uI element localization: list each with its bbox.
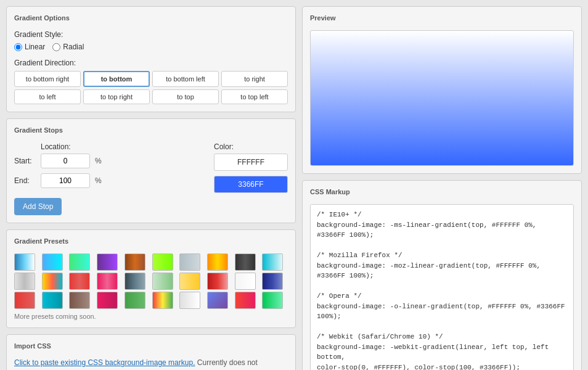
preset-swatch-0[interactable] (14, 253, 35, 271)
end-stop-row: End: % (14, 173, 204, 188)
preset-swatch-6[interactable] (179, 253, 200, 271)
radial-radio-label[interactable]: Radial (52, 43, 84, 51)
preset-swatch-21[interactable] (42, 292, 63, 309)
dir-btn-to-bottom[interactable]: to bottom (83, 71, 150, 87)
dir-btn-to-bottom-right[interactable]: to bottom right (14, 71, 81, 87)
preset-swatch-13[interactable] (97, 273, 118, 290)
color-col-header: Color: (214, 142, 234, 151)
preset-swatch-15[interactable] (152, 273, 173, 290)
gradient-presets-title: Gradient Presets (14, 237, 288, 247)
presets-note: More presets coming soon. (14, 313, 288, 320)
direction-grid: to bottom right to bottom to bottom left… (14, 71, 288, 104)
preset-swatch-8[interactable] (235, 253, 256, 271)
import-css-card: Import CSS Click to paste existing CSS b… (6, 334, 296, 370)
gradient-style-group: Linear Radial (14, 43, 288, 51)
preset-swatch-18[interactable] (235, 273, 256, 290)
direction-label: Gradient Direction: (14, 59, 288, 67)
radial-radio[interactable] (52, 43, 60, 51)
gradient-options-title: Gradient Options (14, 14, 288, 24)
css-markup-title: CSS Markup (310, 188, 574, 198)
import-css-content: Click to paste existing CSS background-i… (14, 358, 288, 367)
gradient-stops-card: Gradient Stops Location: Start: % (6, 118, 296, 223)
start-color-value: FFFFFF (237, 158, 264, 166)
preset-swatch-26[interactable] (179, 292, 200, 309)
preset-swatch-7[interactable] (207, 253, 228, 271)
preset-swatch-1[interactable] (42, 253, 63, 271)
presets-grid (14, 253, 288, 309)
radial-label: Radial (63, 43, 84, 51)
end-pct-label: % (95, 176, 102, 185)
dir-btn-to-top-left[interactable]: to top left (221, 89, 288, 104)
linear-radio-label[interactable]: Linear (14, 43, 45, 51)
preset-swatch-16[interactable] (179, 273, 200, 290)
preset-swatch-5[interactable] (152, 253, 173, 271)
css-markup-card: CSS Markup /* IE10+ */ background-image:… (302, 180, 582, 370)
preview-title: Preview (310, 14, 574, 24)
dir-btn-to-top[interactable]: to top (152, 89, 219, 104)
preset-swatch-20[interactable] (14, 292, 35, 309)
css-code-area[interactable]: /* IE10+ */ background-image: -ms-linear… (310, 204, 574, 370)
style-label: Gradient Style: (14, 30, 288, 39)
start-stop-label: Start: (14, 157, 36, 165)
gradient-presets-card: Gradient Presets More presets coming soo… (6, 229, 296, 328)
stop-rows: Start: % End: % (14, 154, 204, 188)
preset-swatch-9[interactable] (262, 253, 283, 271)
preset-swatch-11[interactable] (42, 273, 63, 290)
end-color-swatch[interactable]: 3366FF (214, 176, 288, 193)
preset-swatch-22[interactable] (69, 292, 90, 309)
preset-swatch-12[interactable] (69, 273, 90, 290)
start-pct-label: % (95, 157, 102, 165)
linear-radio[interactable] (14, 43, 22, 51)
import-css-title: Import CSS (14, 342, 288, 352)
preset-swatch-17[interactable] (207, 273, 228, 290)
end-stop-label: End: (14, 176, 36, 185)
preset-swatch-27[interactable] (207, 292, 228, 309)
preview-gradient (310, 30, 574, 166)
dir-btn-to-right[interactable]: to right (221, 71, 288, 87)
import-css-link[interactable]: Click to paste existing CSS background-i… (14, 358, 195, 367)
preset-swatch-19[interactable] (262, 273, 283, 290)
dir-btn-to-left[interactable]: to left (14, 89, 81, 104)
preset-swatch-29[interactable] (262, 292, 283, 309)
preset-swatch-25[interactable] (152, 292, 173, 309)
preset-swatch-24[interactable] (125, 292, 145, 309)
preset-swatch-2[interactable] (69, 253, 90, 271)
preset-swatch-10[interactable] (14, 273, 35, 290)
preset-swatch-14[interactable] (125, 273, 145, 290)
import-css-suffix: Currently does not (195, 358, 257, 367)
linear-label: Linear (25, 43, 45, 51)
start-location-input[interactable] (41, 154, 90, 168)
preview-card: Preview (302, 6, 582, 174)
gradient-stops-title: Gradient Stops (14, 126, 288, 136)
preset-swatch-4[interactable] (125, 253, 145, 271)
add-stop-button[interactable]: Add Stop (14, 198, 62, 215)
start-color-swatch[interactable]: FFFFFF (214, 154, 288, 171)
preset-swatch-3[interactable] (97, 253, 118, 271)
preset-swatch-23[interactable] (97, 292, 118, 309)
dir-btn-to-bottom-left[interactable]: to bottom left (152, 71, 219, 87)
preset-swatch-28[interactable] (235, 292, 256, 309)
dir-btn-to-top-right[interactable]: to top right (83, 89, 150, 104)
end-color-value: 3366FF (238, 180, 263, 189)
end-location-input[interactable] (41, 173, 90, 188)
start-stop-row: Start: % (14, 154, 204, 168)
gradient-options-card: Gradient Options Gradient Style: Linear … (6, 6, 296, 112)
location-col-header: Location: (41, 142, 199, 151)
